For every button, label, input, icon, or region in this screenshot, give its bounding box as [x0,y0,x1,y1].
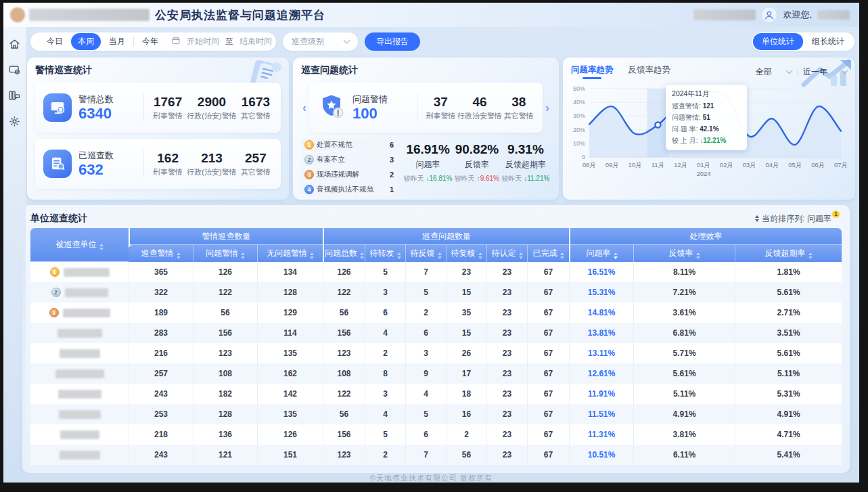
column-header-unit[interactable]: 被巡查单位 [30,228,129,262]
cell-问题总数: 108 [323,363,365,384]
cell-反馈率: 6.11% [633,445,735,465]
end-date-input[interactable]: 结束时间 [239,36,272,47]
alarm-total-card: 警情总数 6340 1767 刑事警情 2900 行政(治安)警情 1673 其… [35,83,281,133]
sidebar-item-inspection-monitor[interactable] [7,63,22,77]
stat: 162 刑事警情 [153,151,183,177]
tab-feedback-rate-trend[interactable]: 反馈率趋势 [629,64,671,79]
panel-title: 警情巡查统计 [35,64,281,76]
cell-待反馈: 6 [405,424,446,445]
x-axis-tick: 10月 [629,161,642,169]
rank-medal-icon: 2 [51,288,61,297]
cell-问题率: 11.91% [569,384,633,404]
rank-value: 3 [390,156,394,164]
view-toggle-2[interactable]: 组长统计 [803,33,853,50]
table-row[interactable]: 13651261341265723236716.51%8.11%1.81% [30,262,842,282]
cell-待复核: 18 [446,384,486,404]
cell-反馈率: 8.11% [633,262,735,282]
cell-待认定: 23 [486,343,527,363]
sort-icon [808,252,813,259]
rank-label: 现场违规调解 [317,170,390,179]
carousel-next-icon[interactable]: › [544,102,551,114]
tab-problem-rate-trend[interactable]: 问题率趋势 [571,64,614,79]
cell-问题总数: 126 [323,262,365,282]
cell-问题警情: 56 [193,303,257,323]
table-row[interactable]: 23221221281223515236715.31%7.21%5.61% [30,282,842,303]
column-header-6[interactable]: 待反馈 [405,245,446,262]
user-avatar[interactable] [761,7,777,23]
table-row[interactable]: 2571081621088917236712.61%5.61%5.11% [30,363,842,384]
tooltip-title: 2024年11月 [672,89,741,99]
cell-问题总数: 123 [323,445,365,465]
start-date-input[interactable]: 开始时间 [187,36,219,47]
rate-compare: 较昨天 ↑9.61% [455,174,499,183]
column-header-10[interactable]: 问题率 [569,245,633,262]
cell-反馈率: 3.61% [633,303,735,323]
cell-待复核: 16 [446,404,486,424]
redacted-header-text [693,9,756,20]
sort-icon [99,244,104,250]
alarm-total-breakdown: 1767 刑事警情 2900 行政(治安)警情 1673 其它警情 [151,95,273,121]
scope-select[interactable]: 全部 [756,66,792,78]
redacted-unit-name [55,370,104,378]
current-sort-indicator[interactable]: 当前排序列: 问题率1 [752,213,842,225]
column-header-1[interactable]: 巡查警情 [129,245,193,262]
cell-待转发: 5 [365,262,405,282]
cell-问题警情: 126 [193,262,257,282]
column-header-3[interactable]: 无问题警情 [257,245,323,262]
column-header-12[interactable]: 反馈超期率 [735,245,842,262]
quick-filter-4[interactable]: 今年 [135,33,165,50]
sidebar-item-case-records[interactable] [7,89,22,103]
rate-label: 问题率 [404,159,453,171]
cell-巡查警情: 257 [129,363,193,384]
redacted-unit-name [64,268,110,277]
table-row[interactable]: 2831561141564615236713.81%6.81%3.51% [30,323,842,343]
patrol-level-select[interactable]: 巡查级别 [283,32,358,51]
stat-panels-row: 警情巡查统计 警情总数 6340 1767 刑事警情 [3,51,859,200]
date-filter-bar: 今日本周当月今年 开始时间 至 结束时间 [30,32,276,51]
column-header-11[interactable]: 反馈率 [633,245,735,262]
sidebar-item-home[interactable] [7,37,22,51]
tooltip-row: 问题警情: 51 [672,113,741,122]
column-header-8[interactable]: 待认定 [486,245,527,262]
range-select[interactable]: 近一年 [803,66,847,78]
cell-问题警情: 156 [193,323,257,343]
cell-待认定: 23 [486,404,527,424]
table-row[interactable]: 218136126156562236711.31%3.81%4.71% [30,424,842,445]
table-row[interactable]: 2431821421223418236711.91%5.11%5.31% [30,384,842,404]
rank-label: 音视频执法不规范 [317,185,390,194]
cell-待反馈: 7 [405,445,446,465]
column-header-7[interactable]: 待复核 [446,245,486,262]
unit-name-cell [30,404,129,424]
scope-select-value: 全部 [756,66,772,78]
cell-待复核: 56 [446,445,486,465]
highlight-point [656,122,661,128]
column-header-5[interactable]: 待转发 [365,245,405,262]
table-row[interactable]: 253128135564516236711.51%4.91%4.91% [30,404,842,424]
rank-medal-icon: 1 [50,267,60,277]
unit-name-cell: 1 [30,262,129,282]
stat: 2900 行政(治安)警情 [187,95,236,121]
table-row[interactable]: 2161231351232326236713.11%5.71%5.61% [30,343,842,363]
column-header-4[interactable]: 问题总数 [323,245,365,262]
cell-问题警情: 108 [193,363,257,384]
cell-反馈超期率: 5.61% [735,343,842,363]
view-toggle-1[interactable]: 单位统计 [753,33,803,50]
column-header-2[interactable]: 问题警情 [193,245,257,262]
table-row[interactable]: 318956129566235236714.81%3.61%2.71% [30,303,842,323]
cell-待反馈: 3 [405,343,446,363]
stat: 1673 其它警情 [241,95,271,121]
sidebar-item-settings[interactable] [7,114,22,129]
quick-filter-3[interactable]: 当月 [102,33,132,50]
down-arrow-delta: ↓16.81% [426,175,453,182]
unit-stats-table: 被巡查单位 警情巡查数量 巡查问题数量 处理效率 巡查警情问题警情无问题警情问题… [30,228,842,465]
export-report-button[interactable]: 导出报告 [365,32,420,51]
column-header-9[interactable]: 已完成 [527,245,569,262]
carousel-prev-icon[interactable]: ‹ [301,102,308,114]
quick-filter-2[interactable]: 本周 [71,33,101,50]
cell-反馈率: 5.61% [633,363,735,384]
sort-icon [310,252,314,259]
table-row[interactable]: 2431211511232756236710.51%6.11%5.41% [30,445,842,465]
cell-问题率: 11.31% [569,424,633,445]
rate-block: 9.31% 反馈超期率 较昨天 ↓11.21% [501,142,549,183]
quick-filter-1[interactable]: 今日 [40,33,70,50]
